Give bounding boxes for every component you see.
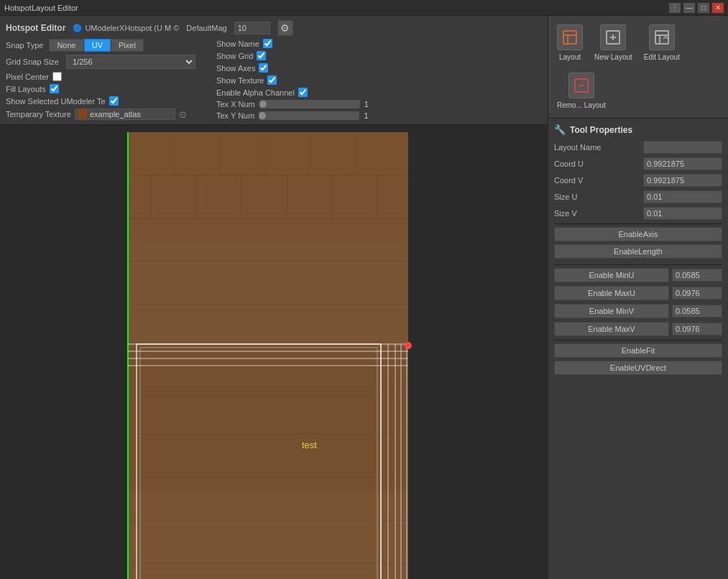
texture-value: example_atlas <box>90 110 141 119</box>
maximize-button[interactable]: □ <box>698 3 709 13</box>
texture-dot <box>78 110 87 119</box>
tex-x-slider[interactable] <box>259 100 360 108</box>
coord-v-row: Coord V <box>554 174 722 187</box>
edit-layout-icon <box>649 24 675 50</box>
enable-maxv-button[interactable]: Enable MaxV <box>554 322 669 336</box>
layout-label: Layout <box>559 53 581 61</box>
tex-y-row: Tex Y Num 1 <box>216 111 379 120</box>
toolbar-row-2: Snap Type None UV Pixel Grid Snap Size 1… <box>6 39 542 120</box>
show-name-label: Show Name <box>216 40 259 48</box>
enable-minu-button[interactable]: Enable MinU <box>554 268 669 282</box>
enable-minv-input[interactable] <box>672 305 722 318</box>
enable-length-button[interactable]: EnableLength <box>554 244 722 259</box>
size-u-input[interactable] <box>643 190 722 203</box>
coord-u-input[interactable] <box>643 157 722 170</box>
coord-v-label: Coord V <box>554 176 583 185</box>
left-panel: Hotspot Editor 🔵 UModelerXHotspot (U M ©… <box>0 16 548 579</box>
layout-name-input[interactable] <box>643 141 722 154</box>
tool-properties-section: 🔧 Tool Properties Layout Name Coord U Co… <box>548 119 728 579</box>
remove-layout-label: Remo... Layout <box>557 101 606 109</box>
size-v-input[interactable] <box>643 207 722 220</box>
enable-maxu-row: Enable MaxU <box>554 286 722 300</box>
canvas-svg: test <box>0 125 548 579</box>
edit-layout-card[interactable]: Edit Layout <box>641 22 683 64</box>
grid-snap-dropdown[interactable]: 1/256 1/128 1/64 <box>66 55 195 69</box>
size-u-label: Size U <box>554 193 577 201</box>
tex-x-row: Tex X Num 1 <box>216 100 379 108</box>
svg-rect-43 <box>563 31 576 44</box>
coord-u-label: Coord U <box>554 159 584 168</box>
enable-fit-button[interactable]: EnableFit <box>554 343 722 358</box>
show-axes-row: Show Axes <box>216 63 379 73</box>
title-bar: HotspotLayout Editor ⋮ — □ ✕ <box>0 0 728 16</box>
show-name-checkbox[interactable] <box>263 39 272 48</box>
texture-input[interactable]: example_atlas <box>75 108 175 120</box>
tool-props-title: Tool Properties <box>570 125 632 135</box>
toolbar: Hotspot Editor 🔵 UModelerXHotspot (U M ©… <box>0 16 548 125</box>
new-layout-card[interactable]: New Layout <box>591 22 635 64</box>
close-button[interactable]: ✕ <box>712 3 724 13</box>
svg-point-39 <box>405 342 412 349</box>
show-texture-checkbox[interactable] <box>267 75 277 85</box>
tex-y-slider[interactable] <box>259 111 359 120</box>
remove-layout-card[interactable]: Remo... Layout <box>554 70 609 112</box>
show-selected-checkbox[interactable] <box>109 96 119 106</box>
umodeler-ref: 🔵 UModelerXHotspot (U M © <box>73 24 179 33</box>
snap-type-row: Snap Type None UV Pixel <box>6 39 195 52</box>
title-text: HotspotLayout Editor <box>4 4 78 12</box>
enable-maxu-input[interactable] <box>672 287 722 300</box>
temp-texture-row: Temparary Texture example_atlas ⊙ <box>6 108 195 120</box>
divider-3 <box>554 340 722 341</box>
more-button[interactable]: ⋮ <box>669 3 681 13</box>
show-texture-row: Show Texture <box>216 75 379 85</box>
enable-alpha-checkbox[interactable] <box>298 88 308 97</box>
enable-maxu-button[interactable]: Enable MaxU <box>554 286 669 300</box>
show-texture-label: Show Texture <box>216 76 264 85</box>
enable-uvdirect-button[interactable]: EnableUVDirect <box>554 361 722 375</box>
enable-minu-input[interactable] <box>672 269 722 282</box>
default-mag-input[interactable] <box>234 22 270 34</box>
fill-layouts-row: Fill Layouts <box>6 84 195 93</box>
show-selected-row: Show Selected UModeler Te <box>6 96 195 106</box>
canvas-area[interactable]: test <box>0 125 548 579</box>
minimize-button[interactable]: — <box>683 3 695 13</box>
gear-button[interactable]: ⚙ <box>277 20 293 36</box>
snap-type-label: Snap Type <box>6 41 43 50</box>
tex-y-value: 1 <box>364 111 378 120</box>
enable-minu-row: Enable MinU <box>554 268 722 282</box>
new-layout-label: New Layout <box>594 53 632 61</box>
enable-maxv-input[interactable] <box>672 323 722 335</box>
tex-x-value: 1 <box>364 100 379 108</box>
pixel-center-checkbox[interactable] <box>52 72 62 81</box>
layout-card[interactable]: Layout <box>554 22 586 64</box>
texture-target-icon[interactable]: ⊙ <box>179 109 187 120</box>
snap-none-button[interactable]: None <box>49 39 83 52</box>
coord-v-input[interactable] <box>643 174 722 187</box>
show-axes-checkbox[interactable] <box>259 63 268 73</box>
right-panel: Layout New Layout <box>548 16 728 579</box>
fill-layouts-checkbox[interactable] <box>50 84 59 93</box>
enable-minv-button[interactable]: Enable MinV <box>554 304 669 318</box>
enable-minv-row: Enable MinV <box>554 304 722 318</box>
show-selected-label: Show Selected UModeler Te <box>6 97 106 106</box>
toolbar-row-1: Hotspot Editor 🔵 UModelerXHotspot (U M ©… <box>6 20 542 36</box>
enable-alpha-row: Enable Alpha Channel <box>216 88 379 97</box>
enable-axis-button[interactable]: EnableAxis <box>554 227 722 241</box>
tex-y-label: Tex Y Num <box>216 111 254 120</box>
divider-1 <box>554 223 722 224</box>
layout-name-row: Layout Name <box>554 141 722 154</box>
size-u-row: Size U <box>554 190 722 203</box>
svg-rect-25 <box>128 132 408 240</box>
hotspot-editor-label: Hotspot Editor <box>6 23 65 33</box>
show-axes-label: Show Axes <box>216 64 255 73</box>
layout-icon <box>557 24 583 50</box>
pixel-center-label: Pixel Center <box>6 73 49 81</box>
snap-pixel-button[interactable]: Pixel <box>111 39 144 52</box>
size-v-label: Size V <box>554 209 577 218</box>
grid-snap-label: Grid Snap Size <box>6 57 59 66</box>
show-grid-checkbox[interactable] <box>257 51 266 60</box>
snap-uv-button[interactable]: UV <box>84 39 111 52</box>
new-layout-icon <box>600 24 626 50</box>
title-bar-buttons: ⋮ — □ ✕ <box>669 3 724 13</box>
default-mag-label: DefaultMag <box>186 24 226 32</box>
